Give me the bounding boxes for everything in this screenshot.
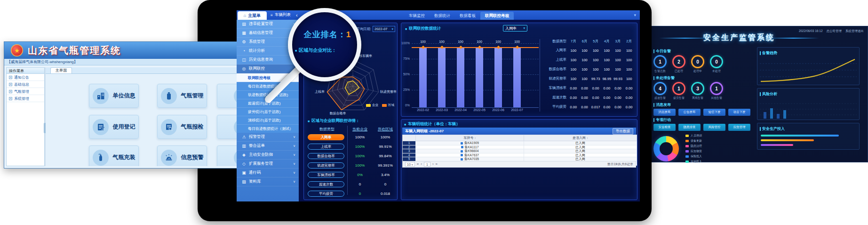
sidebar-submenu-5[interactable]: 漂移统计(基于运政) <box>237 116 299 124</box>
dashboard-tab-0[interactable]: 车辆监控 <box>404 12 430 20</box>
collapse-sidebar-icon[interactable]: ‹ <box>296 10 298 20</box>
sidebar-menu-0[interactable]: ▤违章处置管理∨ <box>237 20 299 29</box>
vehicle-list-button[interactable]: ≡ 车辆列表 <box>271 10 291 20</box>
publish-button[interactable]: 消息发布 <box>653 109 676 116</box>
risk-grid <box>760 98 857 120</box>
company-value: 0% <box>349 173 371 177</box>
tab-main-screen[interactable]: 主界面 <box>50 67 72 73</box>
sidebar-submenu-4[interactable]: 疲劳统计(基于运政) <box>237 107 299 116</box>
publish-button[interactable]: 公告发布 <box>678 109 701 116</box>
invest-legend: 人员培训设备更新隐患治理应急物资保险投入其他投入 <box>685 134 702 164</box>
sidebar-menu-10[interactable]: ▣通行码∨ <box>237 169 299 177</box>
plate-col-header[interactable]: 车牌号↕ <box>416 135 524 141</box>
publish-button[interactable]: 风险管控 <box>703 124 725 131</box>
sidebar-item-2[interactable]: +气瓶管理 <box>7 88 44 95</box>
vehicle-row[interactable]: 4鲁KA7637已入网 <box>403 153 637 157</box>
card-label: 气瓶充装 <box>113 153 135 161</box>
card-inspect[interactable]: 气瓶报检 <box>157 115 207 139</box>
user-label[interactable]: 总公司管理 <box>827 29 842 33</box>
metric-button-2[interactable]: 数据合格率 <box>308 153 344 159</box>
page-number-input[interactable]: 1 <box>424 162 430 167</box>
publish-button[interactable]: 应急管理 <box>728 124 750 131</box>
expand-plus-icon[interactable]: + <box>9 97 12 100</box>
publish-button[interactable]: 短信下发 <box>703 109 725 116</box>
sidebar-menu-label: 通行码 <box>249 170 261 176</box>
vehicle-icon <box>461 154 463 156</box>
metric-button-6[interactable]: 平均疲劳 <box>308 191 344 197</box>
ring-label: 超速告警 <box>654 96 666 100</box>
dashboard-tab-3[interactable]: 联网联控考核 <box>480 12 514 20</box>
metric-select[interactable]: 入网率 ▾ <box>503 25 527 32</box>
sidebar-menu-11[interactable]: ▨资料库∨ <box>237 177 299 186</box>
next-page-button[interactable]: › <box>432 162 434 167</box>
card-building[interactable]: 单位信息 <box>89 84 139 108</box>
y-axis-tick: 0% <box>401 104 410 107</box>
stat-ring: 0处理中 <box>691 55 704 73</box>
bar-2022-05 <box>476 48 483 107</box>
defense-icon: ◈ <box>241 153 247 157</box>
card-cylinder[interactable]: 气瓶管理 <box>157 84 207 108</box>
publish-button[interactable]: 安全检查 <box>653 124 676 131</box>
metric-button-1[interactable]: 上线率 <box>308 144 344 150</box>
sidebar-item-label: 气瓶管理 <box>14 89 29 94</box>
sidebar-item-3[interactable]: +系统管理 <box>7 95 44 102</box>
sidebar-menu-8[interactable]: ◈主动安全防御∨ <box>237 151 299 160</box>
dashboard-tab-2[interactable]: 数据看板 <box>455 12 480 20</box>
page-size-select[interactable]: 10 ▾ <box>405 162 415 167</box>
sidebar-menu-7[interactable]: ▥整合运单∨ <box>237 142 299 151</box>
sidebar-menu-4[interactable]: ◫历史信息查询∨ <box>237 56 299 64</box>
metric-button-5[interactable]: 超速次数 <box>308 181 344 187</box>
building-icon <box>93 88 109 104</box>
sidebar-menu-6[interactable]: ⚠报警管理∨ <box>237 133 299 142</box>
publish-button[interactable]: 语音下发 <box>728 109 750 116</box>
sidebar-menu-9[interactable]: ◇扩展服务管理∨ <box>237 160 299 169</box>
invest-legend-item: 人员培训 <box>685 134 702 138</box>
sort-icon[interactable]: ↕ <box>475 137 476 139</box>
svg-text:数据合格率: 数据合格率 <box>330 112 346 115</box>
sort-icon[interactable]: ↕ <box>587 137 588 139</box>
expand-plus-icon[interactable]: + <box>9 76 12 79</box>
invest-panel-title: 安全生产投入 <box>760 126 857 131</box>
month-col-header: 4月 <box>601 37 613 46</box>
sidebar-menu-label: 历史信息查询 <box>249 57 273 63</box>
main-menu-tab[interactable]: ⌂ 主菜单 <box>238 11 267 20</box>
dashboard-tab-1[interactable]: 数据统计 <box>430 12 455 20</box>
svg-text:轨迹完整率: 轨迹完整率 <box>380 90 397 94</box>
sidebar-item-0[interactable]: +通知公告 <box>7 74 44 81</box>
button-row: 消息发布公告发布短信下发语音下发 <box>653 109 753 116</box>
detail-title: 区域与企业联网联控详情： <box>311 118 359 124</box>
export-data-button[interactable]: 导出数据 <box>613 128 633 135</box>
sidebar-menu-5[interactable]: ◎联网联控 <box>237 64 299 73</box>
ring-label: 告警总数 <box>654 69 666 73</box>
first-page-button[interactable]: « <box>417 162 419 167</box>
publish-button[interactable]: 隐患排查 <box>678 124 701 131</box>
card-alarm[interactable]: 信息预警 <box>157 145 207 166</box>
x-axis-label: 2022-03 <box>431 108 452 112</box>
company-value: 0 <box>349 192 371 196</box>
last-page-button[interactable]: » <box>436 162 438 167</box>
vehicle-row[interactable]: 3鲁K96604已入网 <box>403 149 637 153</box>
sidebar-submenu-6[interactable]: 每日轨迹数据统计（测试） <box>237 124 299 133</box>
collapse-panel-icon[interactable]: ▾ <box>634 10 636 20</box>
metric-button-4[interactable]: 车辆漂移率 <box>308 172 344 178</box>
button-row-title-1: 专项行动 <box>653 117 753 122</box>
metric-button-0[interactable]: 入网率 <box>308 134 344 140</box>
prev-page-button[interactable]: ‹ <box>421 162 422 167</box>
legend-swatch <box>382 104 387 107</box>
legend-label: 企业 <box>372 103 378 107</box>
card-filling[interactable]: 气瓶充装 <box>89 145 139 166</box>
expand-plus-icon[interactable]: + <box>9 83 12 86</box>
legend-label: 人员培训 <box>691 134 702 138</box>
sidebar-item-1[interactable]: +基础信息 <box>7 81 44 88</box>
sidebar-menu-label: 基础信息管理 <box>249 30 273 36</box>
card-register[interactable]: 使用登记 <box>89 115 139 139</box>
query-date-select[interactable]: 2022-07 ▾ <box>373 26 395 32</box>
logout-link[interactable]: 系统管理退出 <box>845 29 864 33</box>
vehicle-tab[interactable]: 车辆入网明细 -2022-07 <box>405 129 444 134</box>
expand-plus-icon[interactable]: + <box>9 90 12 93</box>
vehicle-row[interactable]: 1鲁KA1909已入网 <box>403 141 637 145</box>
history-icon: ◫ <box>241 57 247 62</box>
vehicle-row[interactable]: 2鲁KA1117已入网 <box>403 145 637 149</box>
metric-button-3[interactable]: 轨迹完整率 <box>308 162 344 169</box>
status-col-header[interactable]: 是否入网↕ <box>524 135 637 141</box>
